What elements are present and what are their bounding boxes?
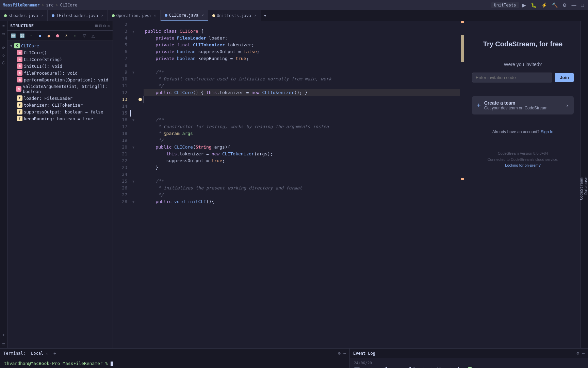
settings-icon[interactable]: ⚙ <box>103 23 106 28</box>
coverage-button[interactable]: ⚡ <box>540 2 549 9</box>
show-anon-btn[interactable]: λ <box>63 32 70 39</box>
invitation-code-input[interactable] <box>472 73 552 82</box>
tree-item-keeprunning[interactable]: f keepRunning: boolean = true <box>7 115 113 122</box>
show-methods-btn[interactable]: ◆ <box>45 32 52 39</box>
minimize-button[interactable]: — <box>570 2 578 9</box>
database-label[interactable]: Database <box>584 177 588 195</box>
tree-icon-f1: f <box>17 95 22 101</box>
tab-sloader[interactable]: sLoader.java ✕ <box>0 10 48 21</box>
code-line-28: public void initCLI(){ <box>144 198 460 205</box>
tab-operation[interactable]: Operation.java ✕ <box>108 10 161 21</box>
tree-item-fileprocedure[interactable]: m fileProcedure(): void <box>7 70 113 76</box>
tab-unittests[interactable]: UnitTests.java ✕ <box>208 10 261 21</box>
tree-item-perform[interactable]: m performOperation(Operation): void <box>7 76 113 83</box>
create-team-btn[interactable]: + Create a team Get your dev team on Cod… <box>472 96 574 114</box>
join-button[interactable]: Join <box>555 73 574 82</box>
collapse-btn[interactable]: △ <box>89 32 97 39</box>
app-brand: MassFileRenamer <box>3 3 39 7</box>
structure-header: Structure ⊞ ⊟ ⚙ ✕ <box>7 21 113 31</box>
event-content: 8:27 pm Clean up old output directories … <box>363 367 584 368</box>
sort-type-btn[interactable]: 🔢 <box>18 32 26 39</box>
code-content[interactable]: public class CLICore { private FilesLoad… <box>144 21 460 348</box>
gutter-icons <box>137 21 144 348</box>
nav-icon-1[interactable]: ≡ <box>0 22 7 29</box>
codestream-panel: Try CodeStream, for free Were you invite… <box>465 21 581 348</box>
tab-close-sloader[interactable]: ✕ <box>41 13 44 18</box>
terminal-settings-icon[interactable]: ⚙ <box>338 351 341 356</box>
debug-button[interactable]: 🐛 <box>529 2 538 9</box>
on-prem-link[interactable]: Looking for on-prem? <box>505 163 541 167</box>
tree-icon-m4: m <box>17 70 22 76</box>
codestream-title: Try CodeStream, for free <box>472 40 574 48</box>
tab-close-ifiles[interactable]: ✕ <box>101 13 103 18</box>
settings-button[interactable]: ⚙ <box>561 2 568 9</box>
tab-clicore[interactable]: CLICore.java ✕ <box>161 10 208 21</box>
terminal-tab-close[interactable]: × <box>46 351 48 356</box>
maximize-button[interactable]: □ <box>580 2 585 9</box>
terminal-cursor <box>111 362 113 366</box>
nav-icon-3[interactable]: ⟳ <box>0 44 7 51</box>
nav-icon-6[interactable]: ★ <box>0 331 7 338</box>
codestream-label[interactable]: CodeStream <box>579 178 584 200</box>
terminal-area: Terminal: Local × + ⚙ — thvardhan@MacBoo… <box>0 349 350 368</box>
tree-item-suppress[interactable]: f suppressOutput: boolean = false <box>7 108 113 115</box>
tree-icon-m5: m <box>17 77 22 82</box>
event-log-settings-icon[interactable]: ⚙ <box>576 351 579 356</box>
tab-close-clicore[interactable]: ✕ <box>201 13 204 17</box>
tree-item-validate[interactable]: m validateArguments(int, String[]): bool… <box>7 83 113 95</box>
show-inherited-btn[interactable]: ↑ <box>27 32 35 39</box>
structure-title: Structure <box>10 24 34 28</box>
tab-ifiles[interactable]: IFilesLoader.java ✕ <box>48 10 108 21</box>
toolbar: UnitTests ▶ 🐛 ⚡ 🔨 ⚙ — □ <box>491 2 586 9</box>
run-config-label[interactable]: UnitTests <box>491 2 519 8</box>
scrollbar[interactable] <box>460 21 465 348</box>
class-path: CLICore <box>60 3 78 7</box>
tab-close-operation[interactable]: ✕ <box>154 13 156 18</box>
add-terminal-btn[interactable]: + <box>53 351 56 356</box>
tab-overflow-btn[interactable]: ▾ <box>261 13 269 18</box>
code-line-3: public class CLICore { <box>144 28 460 35</box>
right-sidebar: Database CodeStream <box>581 21 588 348</box>
close-structure-icon[interactable]: ✕ <box>107 23 110 28</box>
expand-btn[interactable]: ▽ <box>80 32 88 39</box>
nav-icon-7[interactable]: ☰ <box>0 341 7 348</box>
fold-arrow-comment2[interactable]: ▼ <box>132 118 134 122</box>
expand-all-icon[interactable]: ⊞ <box>95 23 98 28</box>
sign-in-link[interactable]: Sign In <box>541 129 553 134</box>
tab-close-unittests[interactable]: ✕ <box>254 13 257 18</box>
nav-icon-4[interactable]: ◇ <box>0 52 7 59</box>
create-team-label: Create a team <box>484 100 548 106</box>
tree-item-tokenizer[interactable]: f tokenizer: CLITokenizer <box>7 102 113 108</box>
fold-arrow-comment3[interactable]: ▼ <box>132 180 134 183</box>
terminal-local-tab[interactable]: Local × <box>28 350 51 356</box>
event-log-minimize-icon[interactable]: — <box>582 351 585 356</box>
src-path: src <box>46 3 54 7</box>
terminal-prompt: thvardhan@MacBook-Pro MassFileRenamer % <box>4 361 111 366</box>
code-line-9: /** <box>144 69 460 76</box>
terminal-body[interactable]: thvardhan@MacBook-Pro MassFileRenamer % <box>0 358 349 368</box>
show-fields-btn[interactable]: ■ <box>36 32 44 39</box>
code-line-22: suppressOutput = true; <box>144 157 460 164</box>
fold-arrow-class[interactable]: ▼ <box>132 30 134 33</box>
tree-item-clicore[interactable]: ▼ C CLICore <box>7 42 113 49</box>
tree-item-loader[interactable]: f loader: FilesLoader <box>7 95 113 102</box>
tree-item-initcli[interactable]: m initCLI(): void <box>7 63 113 70</box>
fold-arrow-comment1[interactable]: ▼ <box>132 71 134 74</box>
fold-arrow-method2[interactable]: ▼ <box>132 145 134 149</box>
fold-arrow-method3[interactable]: ▼ <box>132 200 134 204</box>
left-activity-bar: ≡ ◎ ⟳ ◇ ⬡ ★ ☰ <box>0 21 7 348</box>
show-override-btn[interactable]: ↔ <box>71 32 79 39</box>
nav-icon-2[interactable]: ◎ <box>0 30 7 37</box>
nav-icon-5[interactable]: ⬡ <box>0 59 7 66</box>
code-line-21: this.tokenizer = new CLITokenizer(args); <box>144 151 460 157</box>
build-button[interactable]: 🔨 <box>551 2 559 9</box>
structure-panel: Structure ⊞ ⊟ ⚙ ✕ 🔤 🔢 ↑ ■ ◆ ⬟ λ ↔ ▽ △ ▼ … <box>7 21 113 348</box>
show-props-btn[interactable]: ⬟ <box>54 32 61 39</box>
sort-alpha-btn[interactable]: 🔤 <box>10 32 17 39</box>
run-button[interactable]: ▶ <box>521 2 527 9</box>
collapse-all-icon[interactable]: ⊟ <box>99 23 102 28</box>
tree-icon-class: C <box>14 43 20 48</box>
terminal-minimize-icon[interactable]: — <box>343 351 346 356</box>
tree-item-constructor2[interactable]: m CLICore(String) <box>7 56 113 63</box>
tree-item-constructor1[interactable]: m CLICore() <box>7 49 113 56</box>
